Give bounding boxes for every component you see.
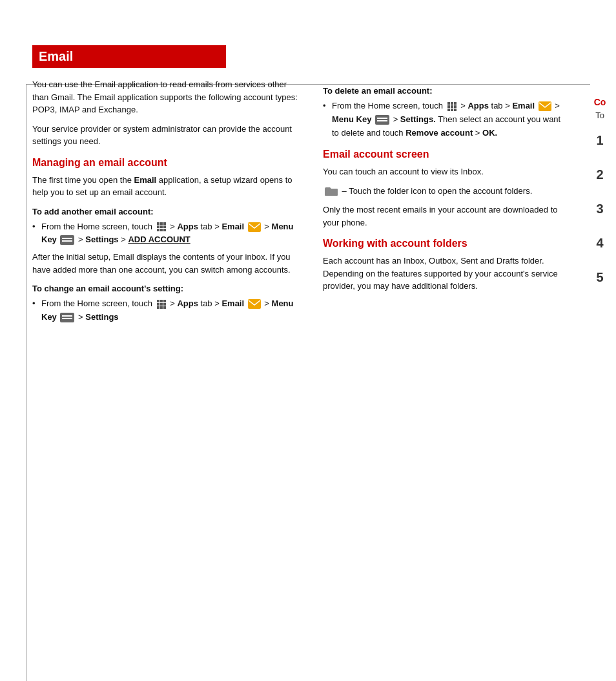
right-sidebar: Co To 1 2 3 4 5 [584,45,616,681]
delete-label: To delete an email account: [323,86,562,96]
svg-rect-14 [160,300,163,302]
menu-key-bold-3: Menu Key [332,114,371,124]
sidebar-num-3: 3 [596,202,603,216]
svg-rect-9 [248,222,261,232]
two-column-layout: You can use the Email application to rea… [32,78,584,328]
email-icon-3 [539,101,551,111]
email-bold-2: Email [221,222,244,231]
apps-tab-bold-2: Apps [177,299,198,308]
svg-rect-16 [157,303,159,306]
svg-rect-0 [157,222,159,225]
working-folders-heading: Working with account folders [323,238,562,249]
intro-text-2: Your service provider or system administ… [32,123,303,148]
change-bullet: From the Home screen, touch > Apps tab > [32,297,303,324]
intro-text: You can use the Email application to rea… [32,78,303,116]
border-left [26,84,26,681]
svg-rect-35 [539,101,551,111]
svg-rect-36 [375,115,389,125]
main-content: Email You can use the Email application … [32,45,584,328]
svg-rect-38 [377,120,387,121]
menu-icon-3 [375,115,389,125]
email-bold-4: Email [512,101,535,110]
svg-rect-23 [60,313,74,322]
svg-rect-27 [451,102,453,105]
email-icon-2 [248,299,261,309]
managing-heading: Managing an email account [32,157,303,169]
svg-rect-34 [454,109,457,111]
account-screen-body3: Only the most recent emails in your acco… [323,204,562,229]
svg-rect-7 [160,229,163,231]
grid-icon-1 [156,222,167,232]
svg-rect-13 [157,300,159,302]
svg-rect-4 [160,225,163,228]
add-account-label: To add another email account: [32,207,303,216]
email-icon-1 [248,222,261,232]
svg-rect-1 [160,222,163,225]
add-account-underline: ADD ACCOUNT [128,235,190,244]
svg-rect-29 [447,105,450,108]
svg-rect-21 [163,306,166,309]
apps-tab-bold-3: Apps [467,101,489,110]
account-screen-body2: – Touch the folder icon to open the acco… [323,185,562,198]
svg-rect-8 [163,229,166,231]
remove-account-bold: Remove account [406,128,473,138]
svg-rect-10 [60,235,74,245]
svg-rect-18 [163,303,166,306]
grid-icon-2 [156,299,167,309]
apps-tab-bold: Apps [177,222,198,231]
svg-rect-15 [163,300,166,302]
after-setup-text: After the initial setup, Email displays … [32,251,303,276]
svg-rect-2 [163,222,166,225]
svg-rect-3 [157,225,159,228]
svg-rect-26 [447,102,450,105]
svg-rect-37 [377,118,387,119]
settings-bold-2: Settings [85,312,118,322]
right-column: To delete an email account: From the Hom… [323,78,562,328]
add-account-bullet: From the Home screen, touch > [32,220,303,247]
svg-rect-19 [157,306,159,309]
sidebar-to-label: To [595,110,604,120]
svg-rect-12 [62,240,72,242]
svg-rect-25 [62,318,72,319]
menu-icon-1 [60,235,74,245]
svg-rect-22 [248,299,261,309]
menu-icon-2 [60,313,74,322]
settings-bold: Settings [85,235,118,244]
svg-rect-33 [451,109,453,111]
email-header-title: Email [39,49,73,63]
sidebar-num-2: 2 [596,167,603,182]
working-folders-body: Each account has an Inbox, Outbox, Sent … [323,255,562,293]
svg-rect-17 [160,303,163,306]
settings-bold-3: Settings. [400,114,436,124]
managing-body: The first time you open the Email applic… [32,174,303,199]
svg-rect-28 [454,102,457,105]
svg-rect-20 [160,306,163,309]
svg-rect-30 [451,105,453,108]
ok-bold: OK. [482,128,497,138]
email-bold-3: Email [221,299,244,308]
delete-bullet: From the Home screen, touch > Apps tab > [323,100,562,140]
sidebar-num-1: 1 [596,133,603,148]
page: Co To 1 2 3 4 5 Email You can use the Em… [0,45,616,681]
sidebar-co-label: Co [594,97,606,107]
svg-rect-31 [454,105,457,108]
svg-rect-5 [163,225,166,228]
svg-rect-24 [62,315,72,317]
email-bold: Email [134,175,157,185]
grid-icon-3 [447,101,457,112]
left-column: You can use the Email application to rea… [32,78,303,328]
change-label: To change an email account's setting: [32,284,303,293]
sidebar-num-5: 5 [596,270,603,285]
sidebar-num-4: 4 [596,236,603,251]
svg-rect-11 [62,238,72,239]
email-header: Email [32,45,226,68]
svg-rect-32 [447,109,450,111]
svg-rect-6 [157,229,159,231]
account-screen-body1: You can touch an account to view its Inb… [323,165,562,178]
folder-icon [324,186,338,196]
email-account-screen-heading: Email account screen [323,149,562,160]
